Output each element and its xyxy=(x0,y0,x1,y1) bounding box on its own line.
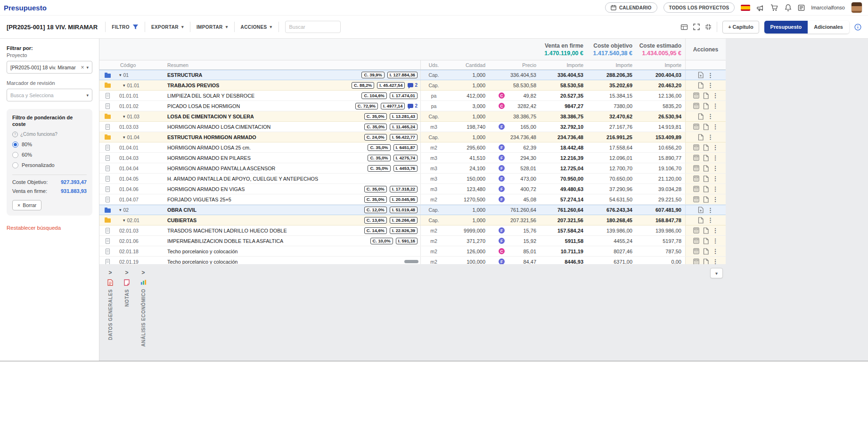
tab-datos-generales[interactable]: > DATOS GENERALES xyxy=(104,269,116,347)
notifications-bell-icon[interactable] xyxy=(785,4,792,11)
document-icon[interactable] xyxy=(703,186,709,192)
row-menu-icon[interactable]: ⋮ xyxy=(712,175,719,182)
row-menu-icon[interactable]: ⋮ xyxy=(707,217,713,223)
row-menu-icon[interactable]: ⋮ xyxy=(712,144,719,150)
table-row[interactable]: 01.04.03 HORMIGON ARMADO EN PILARES C. 3… xyxy=(99,153,726,163)
row-menu-icon[interactable]: ⋮ xyxy=(707,82,713,88)
table-row[interactable]: 01.01.02 PICADO LOSA DE HORMIGON C. 72,9… xyxy=(99,101,726,111)
table-row[interactable]: 01.04.07 FORJADO VIGUETAS 25+5 C. 35,0% … xyxy=(99,194,726,205)
weight-option-60[interactable]: 60% xyxy=(12,152,87,158)
row-menu-icon[interactable]: ⋮ xyxy=(712,155,719,161)
calculator-icon[interactable] xyxy=(693,144,699,150)
open-panel-chevron-icon[interactable]: > xyxy=(108,269,112,276)
news-icon[interactable] xyxy=(798,4,805,11)
table-row[interactable]: 01.04.01 HORMIGON ARMADO LOSA 25 cm. C. … xyxy=(99,142,726,153)
calculator-icon[interactable] xyxy=(693,165,699,171)
collapse-chevron-icon[interactable]: ▾ xyxy=(123,218,125,223)
collapse-chevron-icon[interactable]: ▾ xyxy=(119,208,122,212)
open-panel-chevron-icon[interactable]: > xyxy=(125,269,128,276)
row-menu-icon[interactable]: ⋮ xyxy=(712,238,719,244)
calculator-icon[interactable] xyxy=(693,155,699,161)
comments-indicator[interactable]: 2 xyxy=(408,83,418,88)
document-icon[interactable] xyxy=(703,103,709,109)
spain-flag-icon[interactable] xyxy=(741,5,750,11)
document-icon[interactable] xyxy=(703,227,709,234)
row-menu-icon[interactable]: ⋮ xyxy=(712,103,719,109)
table-row[interactable]: 02.01.18 Techo porcelanico y colocación … xyxy=(99,246,726,257)
tab-notas[interactable]: > NOTAS xyxy=(121,269,133,347)
document-icon[interactable] xyxy=(703,196,709,203)
table-row[interactable]: 01.03.03 HORMIGON ARMADO LOSA CIMENTACIO… xyxy=(99,122,726,132)
all-projects-button[interactable]: TODOS LOS PROYECTOS xyxy=(663,2,735,13)
document-icon[interactable] xyxy=(698,134,704,141)
add-chapter-button[interactable]: + Capítulo xyxy=(722,21,759,33)
calculator-icon[interactable] xyxy=(693,103,699,109)
calculator-icon[interactable] xyxy=(693,124,699,130)
weight-option-custom[interactable]: Personalizado xyxy=(12,162,87,168)
row-menu-icon[interactable]: ⋮ xyxy=(712,196,719,202)
project-select[interactable]: [PR2025-001] 18 viv. Miramar × ▾ xyxy=(7,61,92,74)
open-panel-chevron-icon[interactable]: > xyxy=(141,269,145,276)
collapse-chevron-icon[interactable]: ▾ xyxy=(123,135,125,140)
comments-indicator[interactable]: 2 xyxy=(408,103,418,108)
reset-search-link[interactable]: Restablecer búsqueda xyxy=(7,225,92,231)
table-row[interactable]: ▾ 01.01 TRABAJOS PREVIOS C. 88,2% I. 45.… xyxy=(99,80,726,91)
collapse-panel-button[interactable]: ▾ xyxy=(710,268,723,278)
document-icon[interactable] xyxy=(703,144,709,151)
row-menu-icon[interactable]: ⋮ xyxy=(712,92,719,99)
document-icon[interactable] xyxy=(703,258,709,265)
table-row[interactable]: ▾ 02.01 CUBIERTAS C. 13,6% I. 26.266,48 … xyxy=(99,215,726,225)
table-row[interactable]: ▾ 02 OBRA CIVIL C. 12,0% I. 51.019,48 Ca… xyxy=(99,205,726,215)
calculator-icon[interactable] xyxy=(693,258,699,264)
info-icon[interactable] xyxy=(854,24,861,31)
filter-menu[interactable]: FILTRO xyxy=(112,24,139,30)
table-row[interactable]: 01.01.01 LIMPIEZA DEL SOLAR Y DESBROCE C… xyxy=(99,91,726,101)
calculator-icon[interactable] xyxy=(693,248,699,254)
row-menu-icon[interactable]: ⋮ xyxy=(712,186,719,192)
calculator-icon[interactable] xyxy=(693,238,699,244)
summary-panel-icon[interactable] xyxy=(680,24,688,30)
calendar-button[interactable]: CALENDARIO xyxy=(605,2,657,13)
search-input[interactable] xyxy=(285,21,341,33)
collapse-chevron-icon[interactable]: ▾ xyxy=(123,83,125,88)
user-avatar[interactable] xyxy=(851,2,862,13)
document-icon[interactable] xyxy=(703,92,709,99)
actions-menu[interactable]: ACCIONES ▾ xyxy=(241,25,272,30)
cart-icon[interactable] xyxy=(770,4,778,11)
table-row[interactable]: 01.04.05 H. ARMADO PANTALLA DE APOYO, CU… xyxy=(99,174,726,184)
row-menu-icon[interactable]: ⋮ xyxy=(712,258,719,264)
document-icon[interactable] xyxy=(703,155,709,161)
calculator-icon[interactable] xyxy=(693,92,699,99)
calculator-icon[interactable] xyxy=(693,175,699,182)
clear-filter-button[interactable]: × Borrar xyxy=(12,200,41,210)
table-row[interactable]: ▾ 01 ESTRUCTURA C. 39,9% I. 127.884,36 C… xyxy=(99,70,726,80)
weight-option-80[interactable]: 80% xyxy=(12,142,87,148)
tab-presupuesto[interactable]: Presupuesto xyxy=(764,21,808,33)
announcements-icon[interactable] xyxy=(756,4,764,11)
document-icon[interactable] xyxy=(703,238,709,244)
calculator-icon[interactable] xyxy=(693,227,699,233)
document-icon[interactable] xyxy=(698,113,704,120)
collapse-chevron-icon[interactable]: ▾ xyxy=(119,73,122,77)
insert-row-icon[interactable] xyxy=(698,207,704,213)
document-icon[interactable] xyxy=(703,124,709,130)
calculator-icon[interactable] xyxy=(693,186,699,192)
tab-adicionales[interactable]: Adicionales xyxy=(808,21,849,33)
row-menu-icon[interactable]: ⋮ xyxy=(712,124,719,130)
row-menu-icon[interactable]: ⋮ xyxy=(707,134,713,140)
document-icon[interactable] xyxy=(698,82,704,89)
table-row[interactable]: ▾ 01.04 ESTRUCTURA HORMIGON ARMADO C. 24… xyxy=(99,132,726,142)
document-icon[interactable] xyxy=(703,165,709,172)
insert-row-icon[interactable] xyxy=(698,72,704,78)
row-menu-icon[interactable]: ⋮ xyxy=(707,113,713,119)
table-row[interactable]: 01.04.06 HORMIGON ARMADO EN VIGAS C. 35,… xyxy=(99,184,726,194)
document-icon[interactable] xyxy=(703,248,709,255)
expand-all-icon[interactable] xyxy=(693,24,700,30)
row-menu-icon[interactable]: ⋮ xyxy=(712,248,719,254)
table-row[interactable]: 02.01.06 IMPERMEABILIZACION DOBLE TELA A… xyxy=(99,236,726,246)
calculator-icon[interactable] xyxy=(693,196,699,202)
table-row[interactable]: ▾ 01.03 LOSA DE CIMENTACION Y SOLERA C. … xyxy=(99,111,726,122)
row-menu-icon[interactable]: ⋮ xyxy=(712,165,719,171)
horizontal-scrollbar[interactable] xyxy=(404,260,418,263)
row-menu-icon[interactable]: ⋮ xyxy=(712,227,719,233)
